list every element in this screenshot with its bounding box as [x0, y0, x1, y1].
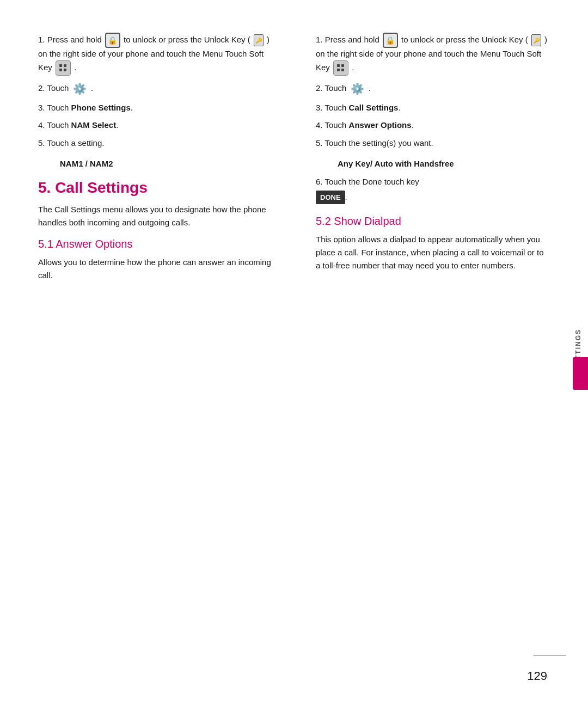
right-step3-bold: Call Settings: [349, 103, 399, 112]
left-step3-prefix: 3. Touch: [38, 103, 71, 112]
left-step1-text1: to unlock or press the Unlock Key (: [124, 35, 250, 44]
left-step1-prefix: 1. Press and hold: [38, 35, 102, 44]
left-step-4: 4. Touch NAM Select.: [38, 119, 272, 132]
right-step4-suffix: .: [412, 120, 414, 130]
lock-icon-right: 🔒: [383, 33, 398, 48]
right-step2-prefix: 2. Touch: [316, 83, 346, 92]
left-step4-prefix: 4. Touch: [38, 120, 71, 130]
right-step5-text: 5. Touch the setting(s) you want.: [316, 138, 433, 148]
right-step-6: 6. Touch the Done touch key DONE.: [316, 176, 550, 206]
right-step2-suffix: .: [369, 83, 371, 92]
settings-sidebar: SETTINGS: [568, 309, 588, 396]
left-step2-prefix: 2. Touch: [38, 83, 69, 92]
left-step-1: 1. Press and hold 🔒 to unlock or press t…: [38, 33, 272, 76]
right-step-4: 4. Touch Answer Options.: [316, 119, 550, 132]
show-dialpad-body: This option allows a dialpad to appear a…: [316, 233, 550, 272]
right-step6-suffix: .: [345, 192, 347, 201]
right-step-1: 1. Press and hold 🔒 to unlock or press t…: [316, 33, 550, 76]
right-step-5: 5. Touch the setting(s) you want.: [316, 137, 550, 150]
gear-icon-right: ⚙️: [350, 81, 365, 96]
page-number: 129: [527, 669, 547, 683]
unlock-key-right: 🔑: [531, 34, 541, 46]
page-container: 1. Press and hold 🔒 to unlock or press t…: [0, 0, 588, 705]
nam-label: NAM1 / NAM2: [60, 159, 272, 168]
right-step4-bold: Answer Options: [349, 120, 412, 130]
left-step-list: 1. Press and hold 🔒 to unlock or press t…: [38, 33, 272, 149]
answer-options-body: Allows you to determine how the phone ca…: [38, 256, 272, 282]
right-step1-text3: .: [352, 62, 354, 71]
right-step6-prefix: 6. Touch the Done touch key: [316, 177, 419, 186]
right-step1-text1: to unlock or press the Unlock Key (: [401, 35, 528, 44]
unlock-key-left: 🔑: [254, 34, 264, 46]
left-step-5: 5. Touch a setting.: [38, 137, 272, 150]
left-step3-suffix: .: [131, 103, 133, 112]
settings-tab-bar: [573, 357, 588, 390]
right-step4-prefix: 4. Touch: [316, 120, 349, 130]
lock-icon-left: 🔒: [105, 33, 120, 48]
menu-icon-right: [333, 60, 348, 76]
show-dialpad-title: 5.2 Show Dialpad: [316, 215, 550, 228]
gear-icon-left: ⚙️: [72, 81, 88, 96]
right-step-2: 2. Touch ⚙️ .: [316, 81, 550, 96]
nam-label-container: NAM1 / NAM2: [49, 159, 272, 168]
left-step4-suffix: .: [116, 120, 118, 130]
left-column: 1. Press and hold 🔒 to unlock or press t…: [38, 33, 283, 672]
left-step-3: 3. Touch Phone Settings.: [38, 102, 272, 114]
left-step4-bold: NAM Select: [71, 120, 117, 130]
call-settings-title: 5. Call Settings: [38, 179, 272, 197]
right-step3-suffix: .: [398, 103, 400, 112]
left-step2-suffix: .: [91, 83, 93, 92]
page-divider: [534, 655, 566, 656]
left-step5-text: 5. Touch a setting.: [38, 138, 104, 148]
right-step1-prefix: 1. Press and hold: [316, 35, 379, 44]
right-step-list: 1. Press and hold 🔒 to unlock or press t…: [316, 33, 550, 149]
any-key-container: Any Key/ Auto with Handsfree: [327, 159, 550, 168]
call-settings-body: The Call Settings menu allows you to des…: [38, 203, 272, 229]
done-button: DONE: [316, 191, 345, 205]
right-column: 1. Press and hold 🔒 to unlock or press t…: [305, 33, 550, 672]
right-step3-prefix: 3. Touch: [316, 103, 349, 112]
left-step-2: 2. Touch ⚙️ .: [38, 81, 272, 96]
left-step3-bold: Phone Settings: [71, 103, 131, 112]
menu-icon-left: [56, 60, 71, 76]
any-key-label: Any Key/ Auto with Handsfree: [338, 159, 550, 168]
answer-options-title: 5.1 Answer Options: [38, 238, 272, 250]
main-content: 1. Press and hold 🔒 to unlock or press t…: [38, 33, 550, 672]
left-step1-text3: .: [74, 62, 76, 71]
right-step-3: 3. Touch Call Settings.: [316, 102, 550, 114]
